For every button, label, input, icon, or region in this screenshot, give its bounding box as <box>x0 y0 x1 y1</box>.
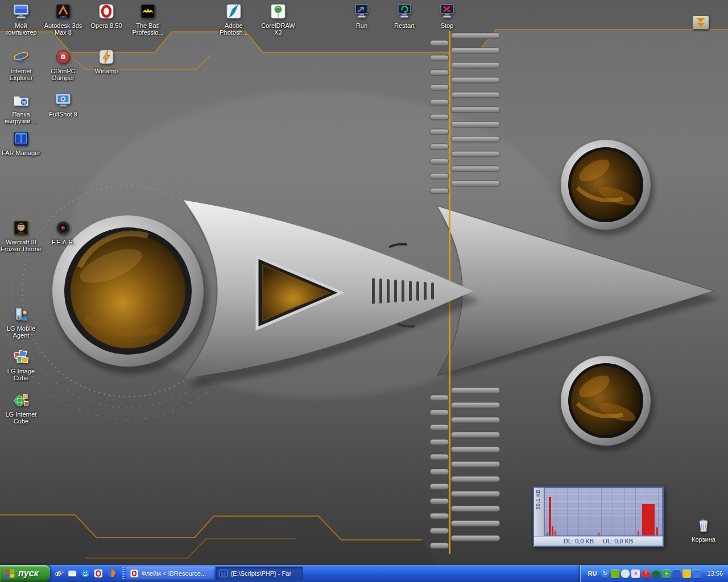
quick-launch: e <box>50 568 121 579</box>
graphics-icon[interactable] <box>611 569 619 578</box>
wallpaper-graphic <box>0 0 728 565</box>
desktop-icon-download-folder[interactable]: hpПапка выгрузки ... <box>0 91 42 124</box>
language-indicator[interactable]: RU <box>586 570 599 577</box>
desktop-icon-adobe-photoshop[interactable]: Adobe Photosh... <box>213 2 255 36</box>
security-icon[interactable]: ! <box>642 569 650 578</box>
desktop-icon-label: Adobe Photosh... <box>213 22 255 36</box>
svg-text:e: e <box>17 50 24 64</box>
desktop-icon-cdonpc-dumper[interactable]: CDonPC Dumper <box>42 48 84 81</box>
fullshot-icon <box>54 91 72 109</box>
meter-bar <box>555 531 556 535</box>
meter-plot <box>544 488 663 536</box>
run-icon <box>353 2 371 20</box>
opera-task-icon <box>130 569 139 578</box>
desktop-icon-the-bat[interactable]: The Bat! Professio... <box>127 2 169 36</box>
taskbar-divider[interactable] <box>122 567 125 580</box>
lg-image-cube-icon <box>12 348 30 366</box>
traffic-meter-widget[interactable]: 50,1 KB DL: 0,0 KB UL: 0,0 KB <box>533 487 664 547</box>
desktop-icon-restart[interactable]: Restart <box>383 2 425 29</box>
meter-bar <box>549 497 551 535</box>
desktop-icon-label: Warcraft III Frozen Throne <box>0 239 42 252</box>
chevron-widget[interactable] <box>692 15 709 30</box>
desktop-icon-winamp[interactable]: Winamp <box>85 48 127 74</box>
desktop-icon-lg-image-cube[interactable]: LG Image Cube <box>0 348 42 381</box>
meter-bar <box>552 526 553 535</box>
desktop-icon-label: CDonPC Dumper <box>42 68 84 81</box>
the-bat-icon <box>139 2 157 20</box>
meter-scale-label: 50,1 KB <box>535 489 541 510</box>
messenger-icon[interactable] <box>80 568 90 579</box>
app-icon[interactable] <box>672 569 681 578</box>
download-folder-icon: hp <box>12 91 30 109</box>
display-icon[interactable] <box>693 569 701 578</box>
desktop-icon-lg-internet-cube[interactable]: LG Internet Cube <box>0 391 42 425</box>
desktop-icon-label: LG Internet Cube <box>0 411 42 425</box>
meter-bar <box>598 533 599 535</box>
mute-icon[interactable]: x <box>631 569 640 578</box>
desktop-icon-opera[interactable]: Opera 8.50 <box>85 2 127 29</box>
chevron-down-icon <box>697 18 705 22</box>
sync-icon[interactable]: ↻ <box>601 569 609 578</box>
desktop-icon-fear[interactable]: F.E.A.R. <box>42 219 84 246</box>
opera-icon[interactable] <box>93 568 104 579</box>
task-button-label: {E:\Scripts\PHP} - Far <box>231 570 291 577</box>
firewall-icon[interactable] <box>652 569 660 578</box>
warcraft-icon <box>12 219 30 237</box>
far-task-icon <box>219 569 228 578</box>
desktop-icon-far-manager[interactable]: FAR Manager <box>0 130 42 156</box>
desktop-icon-label: Папка выгрузки ... <box>0 111 42 124</box>
far-manager-icon <box>12 130 30 148</box>
svg-text:e: e <box>56 569 61 578</box>
desktop-icon-label: Internet Explorer <box>0 68 42 81</box>
desktop-icon-stop[interactable]: Stop <box>426 2 468 29</box>
desktop-icon-label: Opera 8.50 <box>90 22 122 29</box>
clock[interactable]: 13:56 <box>707 570 723 577</box>
task-button-1[interactable]: Флейм < IBResource... <box>126 567 214 580</box>
desktop-icon-label: Autodesk 3ds Max 8 <box>42 22 84 36</box>
desktop-icon-run[interactable]: Run <box>341 2 383 29</box>
desktop-icon-label: Restart <box>394 22 414 29</box>
desktop[interactable]: Мой компьютерmaxAutodesk 3ds Max 8Opera … <box>0 0 728 565</box>
desktop-icon-label: Run <box>356 22 367 29</box>
desktop-icon-label: Stop <box>441 22 454 29</box>
system-tray: RU ↻x!+ 13:56 <box>580 565 728 582</box>
power-icon[interactable] <box>682 569 691 578</box>
desktop-icon-label: CorelDRAW X3 <box>257 22 299 36</box>
desktop-icon-label: LG Mobile Agent <box>0 325 42 339</box>
winamp-icon <box>97 48 115 66</box>
desktop-icon-label: FullShot 9 <box>49 111 77 118</box>
meter-bar <box>638 531 639 535</box>
desktop-icon-internet-explorer[interactable]: eInternet Explorer <box>0 48 42 81</box>
antivirus-icon[interactable]: + <box>662 569 671 578</box>
coreldraw-icon <box>269 2 287 20</box>
svg-text:max: max <box>60 15 66 18</box>
autodesk-3ds-max-icon: max <box>54 2 72 20</box>
mouse-icon[interactable] <box>621 569 630 578</box>
start-button[interactable]: пуск <box>0 565 50 582</box>
task-button-2[interactable]: {E:\Scripts\PHP} - Far <box>216 567 303 580</box>
desktop-icon-my-computer[interactable]: Мой компьютер <box>0 2 42 36</box>
desktop-icon-coreldraw[interactable]: CorelDRAW X3 <box>257 2 299 36</box>
restart-icon <box>395 2 413 20</box>
desktop-icon-lg-mobile-agent[interactable]: LG Mobile Agent <box>0 305 42 339</box>
internet-explorer-icon[interactable]: e <box>54 568 64 579</box>
desktop-icon-label: Мой компьютер <box>0 22 42 36</box>
fear-icon <box>54 219 72 237</box>
taskbar: пуск e Флейм < IBResource...{E:\Scripts\… <box>0 565 728 582</box>
mail-icon[interactable] <box>67 568 77 579</box>
internet-explorer-icon: e <box>12 48 30 66</box>
meter-download-value: DL: 0,0 KB <box>564 538 594 544</box>
recycle-bin-icon <box>694 516 713 534</box>
desktop-icon-label: Корзина <box>692 536 715 543</box>
meter-bar <box>642 504 655 535</box>
desktop-icon-warcraft[interactable]: Warcraft III Frozen Throne <box>0 219 42 252</box>
desktop-icon-label: Winamp <box>95 68 118 74</box>
task-buttons: Флейм < IBResource...{E:\Scripts\PHP} - … <box>126 567 303 580</box>
desktop-icon-autodesk-3ds-max[interactable]: maxAutodesk 3ds Max 8 <box>42 2 84 36</box>
firefox-icon[interactable] <box>106 568 117 579</box>
lg-mobile-agent-icon <box>12 305 30 323</box>
desktop-icon-recycle-bin[interactable]: Корзина <box>682 516 725 543</box>
desktop-icon-fullshot[interactable]: FullShot 9 <box>42 91 84 118</box>
cdonpc-dumper-icon <box>54 48 72 66</box>
meter-bar <box>547 533 548 535</box>
